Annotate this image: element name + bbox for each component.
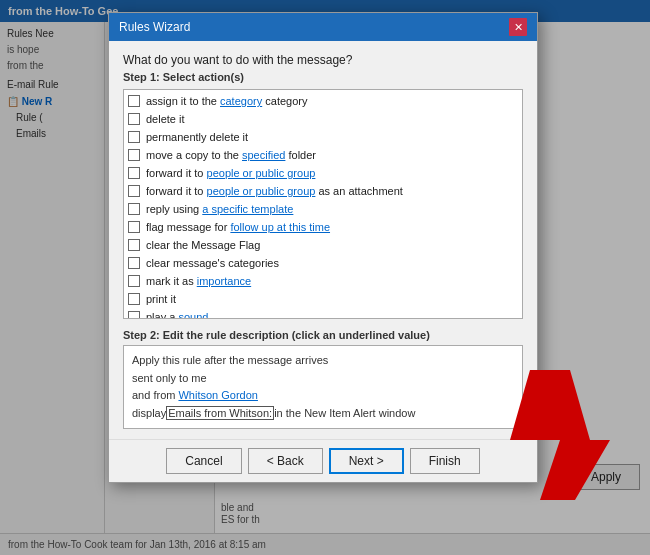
link-sound[interactable]: sound — [178, 311, 208, 319]
link-importance[interactable]: importance — [197, 275, 251, 287]
action-item-forward-attach[interactable]: forward it to people or public group as … — [124, 182, 522, 200]
action-item-delete[interactable]: delete it — [124, 110, 522, 128]
action-item-forward[interactable]: forward it to people or public group — [124, 164, 522, 182]
checkbox-forward[interactable] — [128, 167, 140, 179]
dialog-titlebar: Rules Wizard ✕ — [109, 13, 537, 41]
action-item-flag[interactable]: flag message for follow up at this time — [124, 218, 522, 236]
step2-line2: sent only to me — [132, 370, 514, 388]
checkbox-flag[interactable] — [128, 221, 140, 233]
action-item-clear-cat[interactable]: clear message's categories — [124, 254, 522, 272]
action-item-print[interactable]: print it — [124, 290, 522, 308]
action-item-play-sound[interactable]: play a sound — [124, 308, 522, 319]
checkbox-clear-flag[interactable] — [128, 239, 140, 251]
step2-line1: Apply this rule after the message arrive… — [132, 352, 514, 370]
checkbox-reply[interactable] — [128, 203, 140, 215]
link-people2[interactable]: people or public group — [207, 185, 316, 197]
action-item-assign[interactable]: assign it to the category category — [124, 92, 522, 110]
dialog-title: Rules Wizard — [119, 20, 190, 34]
dialog-question: What do you want to do with the message? — [123, 53, 523, 67]
step1-label: Step 1: Select action(s) — [123, 71, 523, 83]
action-item-move-copy[interactable]: move a copy to the specified folder — [124, 146, 522, 164]
checkbox-print[interactable] — [128, 293, 140, 305]
step2-line3: and from Whitson Gordon — [132, 387, 514, 405]
action-item-perm-delete[interactable]: permanently delete it — [124, 128, 522, 146]
highlight-emails-whitson[interactable]: Emails from Whitson: — [166, 406, 274, 420]
checkbox-move-copy[interactable] — [128, 149, 140, 161]
checkbox-perm-delete[interactable] — [128, 131, 140, 143]
dialog-close-button[interactable]: ✕ — [509, 18, 527, 36]
action-item-mark-importance[interactable]: mark it as importance — [124, 272, 522, 290]
action-item-clear-flag[interactable]: clear the Message Flag — [124, 236, 522, 254]
checkbox-delete[interactable] — [128, 113, 140, 125]
link-template[interactable]: a specific template — [202, 203, 293, 215]
finish-button[interactable]: Finish — [410, 448, 480, 474]
next-button[interactable]: Next > — [329, 448, 404, 474]
link-specified[interactable]: specified — [242, 149, 285, 161]
action-item-reply[interactable]: reply using a specific template — [124, 200, 522, 218]
link-followup[interactable]: follow up at this time — [230, 221, 330, 233]
link-people1[interactable]: people or public group — [207, 167, 316, 179]
checkbox-play-sound[interactable] — [128, 311, 140, 319]
checkbox-clear-cat[interactable] — [128, 257, 140, 269]
cancel-button[interactable]: Cancel — [166, 448, 241, 474]
rules-wizard-dialog: Rules Wizard ✕ What do you want to do wi… — [108, 12, 538, 483]
step2-description-box: Apply this rule after the message arrive… — [123, 345, 523, 429]
checkbox-forward-attach[interactable] — [128, 185, 140, 197]
step2-line4: displayEmails from Whitson:in the New It… — [132, 405, 514, 423]
checkbox-assign[interactable] — [128, 95, 140, 107]
step2-label: Step 2: Edit the rule description (click… — [123, 329, 523, 341]
actions-listbox[interactable]: assign it to the category category delet… — [123, 89, 523, 319]
back-button[interactable]: < Back — [248, 448, 323, 474]
link-category[interactable]: category — [220, 95, 262, 107]
checkbox-mark-importance[interactable] — [128, 275, 140, 287]
dialog-body: What do you want to do with the message?… — [109, 41, 537, 439]
step2-section: Step 2: Edit the rule description (click… — [123, 329, 523, 429]
link-whitson-gordon[interactable]: Whitson Gordon — [178, 389, 257, 401]
dialog-footer: Cancel < Back Next > Finish — [109, 439, 537, 482]
